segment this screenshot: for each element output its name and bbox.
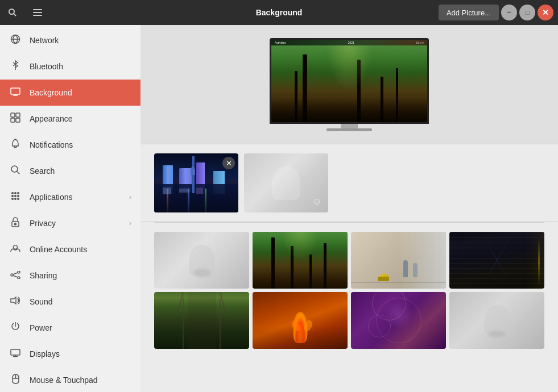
floor-line (351, 282, 446, 283)
window-close-button[interactable]: ✕ (538, 5, 553, 20)
sidebar-item-applications[interactable]: Applications › (0, 184, 140, 210)
sidebar-item-network[interactable]: Network (0, 27, 140, 53)
sidebar-item-displays[interactable]: Displays (0, 341, 140, 367)
gray-shadow1 (193, 269, 210, 277)
server-bg (449, 232, 544, 289)
wallpaper-item-purple[interactable] (351, 292, 446, 349)
preview-monitor: Activities 2021 ⊡ ◁ ♦ (270, 38, 429, 131)
svg-point-22 (14, 195, 16, 197)
sidebar-item-applications-label: Applications (30, 193, 121, 202)
gray-bg1 (154, 232, 249, 289)
person2 (413, 263, 418, 277)
wallpaper-grid (154, 232, 544, 349)
wallpaper-item-server[interactable] (449, 232, 544, 289)
svg-point-19 (14, 192, 16, 194)
forest-tree1 (271, 237, 275, 289)
sidebar-item-network-label: Network (30, 36, 131, 45)
person1 (403, 260, 408, 277)
sidebar-item-power[interactable]: Power (0, 315, 140, 341)
ground-shadow (271, 99, 427, 122)
svg-point-26 (17, 198, 19, 200)
screen-topbar-date: 2021 (288, 41, 414, 44)
sidebar-item-notifications[interactable]: Notifications (0, 132, 140, 158)
page-title: Background (256, 8, 303, 17)
bridge-bg (154, 292, 249, 349)
sidebar-item-privacy-label: Privacy (30, 219, 121, 228)
remove-city-photo-button[interactable]: ✕ (222, 157, 235, 169)
svg-point-21 (11, 195, 14, 197)
wallpaper-item-forest[interactable] (253, 232, 348, 289)
svg-point-28 (15, 223, 16, 225)
sidebar-item-background[interactable]: Background (0, 80, 140, 106)
light-streak-blue (188, 189, 189, 212)
titlebar: Background Add Picture... – □ ✕ (0, 0, 558, 25)
window-maximize-button[interactable]: □ (519, 5, 535, 20)
wallpaper-item-orange-bird[interactable] (253, 292, 348, 349)
heat-base (253, 326, 348, 349)
svg-point-24 (11, 198, 14, 200)
desk-item-base (378, 277, 389, 281)
sidebar-item-online-accounts-label: Online Accounts (30, 245, 131, 254)
forest-bg (253, 232, 348, 289)
sharing-icon (9, 270, 22, 282)
orange-bg (253, 292, 348, 349)
office-bg (351, 232, 446, 289)
sidebar-item-mouse-touchpad[interactable]: Mouse & Touchpad (0, 367, 140, 392)
smiley-icon: ☺ (312, 197, 325, 209)
bridge-path (187, 292, 216, 349)
custom-thumbs-container: ✕ ☺ (154, 153, 544, 212)
reflect3 (196, 188, 203, 194)
tower-pod (191, 166, 195, 175)
titlebar-menu-icon[interactable] (25, 0, 50, 25)
wallpaper-item-bridge[interactable] (154, 292, 249, 349)
svg-line-17 (17, 171, 20, 174)
svg-rect-37 (11, 349, 20, 355)
gray-bg2 (449, 292, 544, 349)
content-area: Activities 2021 ⊡ ◁ ♦ (140, 25, 558, 392)
titlebar-search-icon[interactable] (0, 0, 25, 25)
stand-base (326, 128, 372, 131)
svg-rect-8 (11, 88, 20, 94)
sidebar-item-displays-label: Displays (30, 349, 131, 358)
window-minimize-button[interactable]: – (501, 5, 517, 20)
water (154, 184, 238, 212)
svg-point-31 (18, 271, 20, 273)
sidebar-item-appearance[interactable]: Appearance (0, 106, 140, 132)
add-picture-button[interactable]: Add Picture... (439, 5, 499, 20)
svg-rect-12 (16, 113, 20, 117)
sidebar-item-bluetooth[interactable]: Bluetooth (0, 53, 140, 80)
svg-line-33 (13, 273, 18, 274)
bluetooth-icon (9, 60, 22, 73)
sound-icon (9, 296, 22, 308)
sidebar-item-notifications-label: Notifications (30, 140, 131, 149)
sidebar-item-background-label: Background (30, 88, 131, 97)
screen-topbar: Activities 2021 ⊡ ◁ ♦ (271, 40, 427, 45)
applications-chevron: › (129, 193, 131, 201)
screen-inner: Activities 2021 ⊡ ◁ ♦ (271, 40, 427, 122)
yellow-stripe-area (526, 232, 544, 289)
custom-photo-gray[interactable]: ☺ (244, 153, 328, 212)
online-accounts-icon (9, 244, 22, 256)
wallpaper-item-office[interactable] (351, 232, 446, 289)
sidebar-item-sound[interactable]: Sound (0, 289, 140, 315)
stand-neck (341, 124, 358, 128)
preview-section: Activities 2021 ⊡ ◁ ♦ (140, 25, 558, 144)
sidebar-item-sharing-label: Sharing (30, 271, 131, 280)
svg-rect-2 (33, 9, 42, 10)
light-streak-green (205, 189, 206, 212)
sidebar-item-search[interactable]: Search (0, 158, 140, 184)
svg-line-1 (14, 14, 16, 16)
svg-rect-14 (16, 118, 20, 122)
custom-photo-city[interactable]: ✕ (154, 153, 238, 212)
sidebar-item-bluetooth-label: Bluetooth (30, 62, 131, 71)
wallpaper-item-gray1[interactable] (154, 232, 249, 289)
monitor-stand (270, 124, 429, 131)
sidebar-item-privacy[interactable]: Privacy › (0, 210, 140, 236)
svg-rect-13 (11, 118, 15, 122)
wallpaper-item-gray2[interactable] (449, 292, 544, 349)
svg-rect-11 (11, 113, 15, 117)
screen-topbar-activities: Activities (274, 41, 287, 44)
sidebar-item-sharing[interactable]: Sharing (0, 262, 140, 289)
sidebar-item-online-accounts[interactable]: Online Accounts (0, 236, 140, 262)
svg-point-23 (17, 195, 19, 197)
